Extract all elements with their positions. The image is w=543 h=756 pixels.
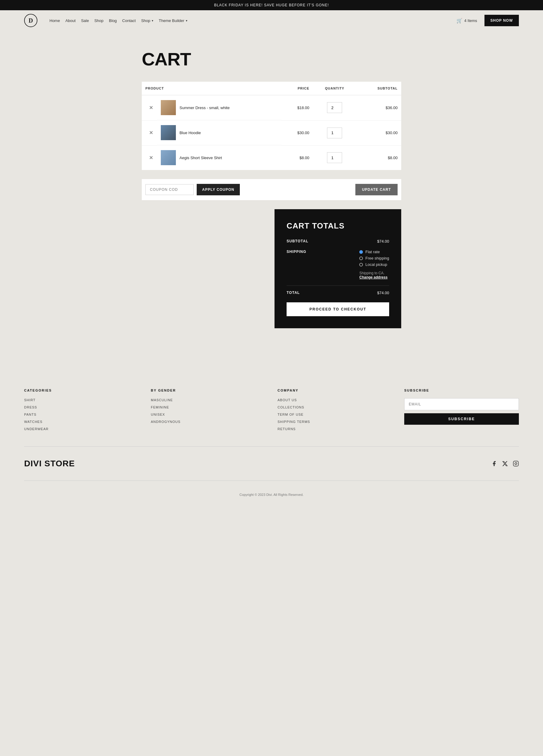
footer-link-feminine[interactable]: FEMININE [151,405,265,409]
product-price: $18.00 [282,95,313,121]
product-image [161,100,176,115]
price-col-header: PRICE [282,82,313,95]
shipping-label: SHIPPING [287,250,306,254]
shipping-to: Shipping to CA. Change address [359,271,389,279]
footer-copyright: Copyright © 2023 Divi. All Rights Reserv… [24,487,519,502]
cart-icon: 🛒 [456,18,463,24]
subtotal-value: $74.00 [377,239,389,244]
shipping-local[interactable]: Local pickup [359,262,389,267]
top-banner: BLACK FRIDAY IS HERE! SAVE HUGE BEFORE I… [0,0,543,10]
product-name: Summer Dress - small, white [179,106,229,110]
twitter-icon[interactable] [502,461,508,467]
footer-link-returns[interactable]: RETURNS [278,427,392,431]
qty-input[interactable] [327,102,342,113]
radio-flat-rate [359,250,363,254]
product-qty-cell [313,145,356,170]
instagram-icon[interactable] [513,461,519,467]
shop-now-button[interactable]: SHOP NOW [485,15,519,26]
product-price: $30.00 [282,120,313,145]
email-input[interactable] [404,398,519,410]
footer-col-categories: CATEGORIES SHIRT DRESS PANTS WATCHES UND… [24,389,139,434]
footer-link-masculine[interactable]: MASCULINE [151,398,265,402]
footer-link-androgynous[interactable]: ANDROGYNOUS [151,420,265,424]
shipping-flat-rate[interactable]: Flat rate [359,250,389,254]
page-content: CART PRODUCT PRICE QUANTITY SUBTOTAL ✕ S… [136,31,407,352]
update-cart-button[interactable]: UPDATE CART [355,184,398,195]
remove-item-button[interactable]: ✕ [147,155,155,161]
shipping-free[interactable]: Free shipping [359,256,389,260]
total-row: TOTAL $74.00 [287,291,389,295]
table-row: ✕ Blue Hoodie $30.00 $30.00 [142,120,401,145]
product-image [161,150,176,165]
total-value: $74.00 [377,291,389,295]
nav-sale[interactable]: Sale [81,18,89,23]
footer-link-watches[interactable]: WATCHES [24,420,139,424]
coupon-input[interactable] [145,184,194,195]
cart-totals-title: CART TOTALS [287,221,389,231]
radio-free-shipping [359,257,363,260]
qty-col-header: QUANTITY [313,82,356,95]
footer-link-shirt[interactable]: SHIRT [24,398,139,402]
cart-actions: APPLY COUPON UPDATE CART [142,179,401,200]
cart-totals-wrapper: CART TOTALS SUBTOTAL $74.00 SHIPPING Fla… [142,209,401,328]
site-logo[interactable]: D [24,14,37,27]
footer-link-term-of-use[interactable]: TERM OF USE [278,413,392,416]
cart-table: PRODUCT PRICE QUANTITY SUBTOTAL ✕ Summer… [142,82,401,170]
nav-shop[interactable]: Shop [94,18,103,23]
banner-text: BLACK FRIDAY IS HERE! SAVE HUGE BEFORE I… [214,3,329,7]
table-row: ✕ Summer Dress - small, white $18.00 $36… [142,95,401,121]
subtotal-label: SUBTOTAL [287,239,308,243]
footer-link-unisex[interactable]: UNISEX [151,413,265,416]
table-row: ✕ Aegis Short Sleeve Shirt $8.00 $8.00 [142,145,401,170]
footer-social [491,461,519,467]
footer-subscribe-title: SUBSCRIBE [404,389,519,392]
shipping-row: SHIPPING Flat rate Free shipping Local p… [287,250,389,279]
footer-link-dress[interactable]: DRESS [24,405,139,409]
change-address-link[interactable]: Change address [359,275,387,279]
shipping-options: Flat rate Free shipping Local pickup Shi… [359,250,389,279]
footer-brand: DIVI STORE [24,459,75,468]
footer-link-shipping-terms[interactable]: SHIPPING TERMS [278,420,392,424]
nav-blog[interactable]: Blog [109,18,117,23]
footer-link-underwear[interactable]: UNDERWEAR [24,427,139,431]
chevron-down-icon: ▾ [186,19,187,22]
subscribe-button[interactable]: SUBSCRIBE [404,413,519,425]
svg-rect-0 [513,461,519,466]
product-price: $8.00 [282,145,313,170]
remove-item-button[interactable]: ✕ [147,130,155,136]
footer: CATEGORIES SHIRT DRESS PANTS WATCHES UND… [0,370,543,509]
footer-bottom-divider [24,480,519,481]
footer-link-collections[interactable]: COLLECTIONS [278,405,392,409]
page-title: CART [142,49,401,70]
footer-gender-title: BY GENDER [151,389,265,392]
qty-input[interactable] [327,128,342,138]
footer-bottom: DIVI STORE [24,453,519,474]
chevron-down-icon: ▾ [152,19,153,22]
facebook-icon[interactable] [491,461,497,467]
nav-links: Home About Sale Shop Blog Contact Shop ▾… [49,18,449,23]
nav-theme-builder[interactable]: Theme Builder ▾ [159,18,187,23]
footer-divider [24,446,519,447]
product-image [161,125,176,140]
nav-home[interactable]: Home [49,18,60,23]
subtotal-row: SUBTOTAL $74.00 [287,239,389,244]
nav-about[interactable]: About [65,18,76,23]
qty-input[interactable] [327,152,342,163]
product-subtotal: $36.00 [356,95,401,121]
proceed-to-checkout-button[interactable]: PROCEED TO CHECKOUT [287,302,389,316]
remove-item-button[interactable]: ✕ [147,105,155,111]
footer-link-about-us[interactable]: ABOUT US [278,398,392,402]
nav-cart[interactable]: 🛒 4 Items [456,18,477,24]
product-col-header: PRODUCT [142,82,282,95]
footer-columns: CATEGORIES SHIRT DRESS PANTS WATCHES UND… [24,389,519,434]
subtotal-col-header: SUBTOTAL [356,82,401,95]
radio-local-pickup [359,263,363,266]
cart-count: 4 Items [464,18,477,23]
footer-company-title: COMPANY [278,389,392,392]
nav-contact[interactable]: Contact [122,18,136,23]
total-label: TOTAL [287,291,300,295]
nav-shop-dropdown[interactable]: Shop ▾ [141,18,153,23]
product-name: Blue Hoodie [179,131,201,135]
apply-coupon-button[interactable]: APPLY COUPON [197,184,240,195]
footer-link-pants[interactable]: PANTS [24,413,139,416]
